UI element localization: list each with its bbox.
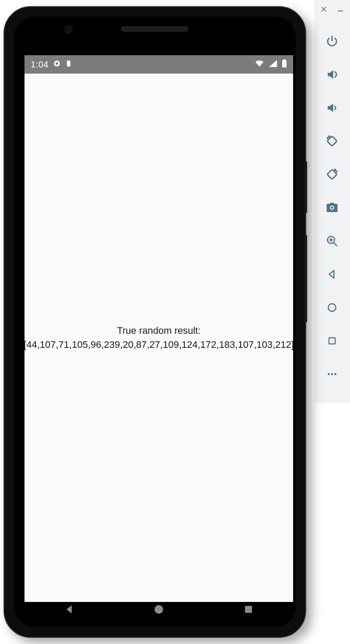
svg-rect-12: [282, 60, 287, 67]
emulator-toolbar: [314, 0, 350, 403]
volume-up-icon[interactable]: [322, 65, 342, 84]
rotate-left-icon[interactable]: [322, 131, 342, 151]
app-content: True random result: [44,107,71,105,96,23…: [24, 74, 293, 602]
emu-home-icon[interactable]: [322, 298, 342, 317]
svg-point-7: [328, 373, 330, 375]
side-button-power: [304, 161, 307, 213]
rotate-right-icon[interactable]: [322, 165, 342, 184]
device-screen: 1:04 True random: [24, 55, 293, 602]
wifi-icon: [255, 60, 264, 70]
nav-overview-button[interactable]: [238, 598, 259, 620]
nav-home-button[interactable]: [148, 598, 170, 620]
result-array: [44,107,71,105,96,239,20,87,27,109,124,1…: [24, 338, 293, 352]
android-nav-bar: [24, 594, 293, 625]
cell-signal-icon: [269, 60, 277, 70]
svg-point-9: [334, 373, 336, 375]
status-icon-1: [53, 60, 61, 70]
minimize-button[interactable]: [336, 4, 345, 14]
result-title: True random result:: [117, 324, 200, 338]
status-time: 1:04: [31, 60, 49, 70]
zoom-icon[interactable]: [322, 231, 342, 251]
volume-down-icon[interactable]: [322, 98, 342, 117]
svg-rect-6: [329, 338, 335, 344]
battery-icon: [282, 59, 287, 70]
svg-point-11: [56, 62, 58, 65]
svg-point-5: [328, 304, 336, 311]
svg-point-8: [331, 373, 333, 375]
phone-frame: 1:04 True random: [4, 6, 306, 638]
power-icon[interactable]: [322, 32, 342, 51]
sd-card-icon: [65, 60, 72, 70]
svg-point-3: [331, 206, 333, 209]
emu-overview-icon[interactable]: [322, 331, 342, 350]
close-button[interactable]: [319, 4, 329, 14]
side-button-volume: [304, 235, 307, 322]
nav-back-button[interactable]: [58, 598, 80, 620]
more-icon[interactable]: [322, 364, 342, 384]
svg-point-14: [154, 605, 163, 614]
speaker-grille: [121, 26, 189, 32]
status-bar: 1:04: [24, 55, 293, 74]
front-camera: [65, 25, 73, 33]
emu-back-icon[interactable]: [322, 265, 342, 284]
svg-rect-13: [284, 59, 285, 60]
svg-rect-15: [245, 606, 252, 613]
screenshot-icon[interactable]: [322, 198, 342, 217]
